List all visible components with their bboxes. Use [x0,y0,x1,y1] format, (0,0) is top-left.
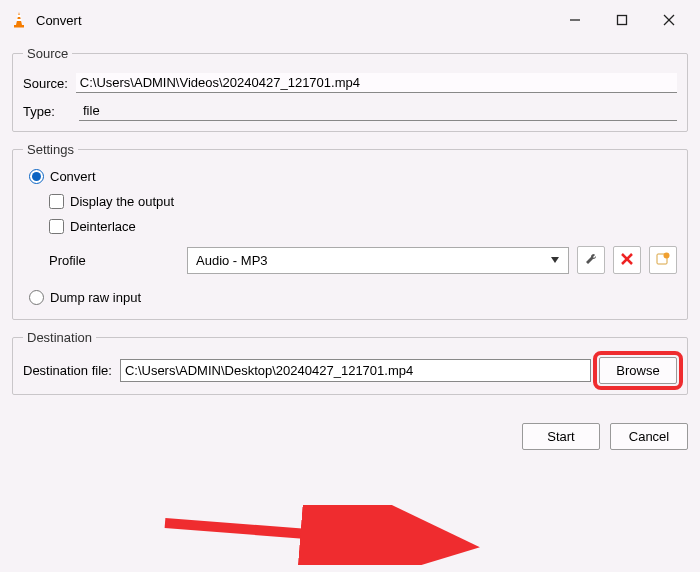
svg-marker-8 [551,257,559,263]
browse-button[interactable]: Browse [599,357,677,384]
start-button[interactable]: Start [522,423,600,450]
svg-rect-5 [618,16,627,25]
annotation-arrow-icon [160,505,480,565]
svg-point-12 [664,252,670,258]
window-controls [564,9,700,31]
chevron-down-icon [550,253,560,268]
new-profile-button[interactable] [649,246,677,274]
minimize-button[interactable] [564,9,586,31]
titlebar: Convert [0,0,700,40]
convert-radio-input[interactable] [29,169,44,184]
deinterlace-checkbox[interactable]: Deinterlace [49,219,677,234]
maximize-button[interactable] [611,9,633,31]
settings-group: Settings Convert Display the output Dein… [12,142,688,320]
profile-value: Audio - MP3 [196,253,268,268]
dump-radio[interactable]: Dump raw input [29,290,677,305]
new-profile-icon [656,252,670,269]
svg-rect-1 [17,15,21,17]
delete-icon [620,252,634,269]
deinterlace-label: Deinterlace [70,219,136,234]
svg-rect-2 [17,19,22,21]
dump-radio-label: Dump raw input [50,290,141,305]
display-output-label: Display the output [70,194,174,209]
convert-radio[interactable]: Convert [29,169,677,184]
source-input[interactable] [76,73,677,93]
delete-profile-button[interactable] [613,246,641,274]
window-title: Convert [36,13,564,28]
destination-legend: Destination [23,330,96,345]
source-label: Source: [23,76,68,91]
svg-marker-0 [16,12,22,25]
dump-radio-input[interactable] [29,290,44,305]
convert-radio-label: Convert [50,169,96,184]
type-label: Type: [23,104,71,119]
display-output-checkbox[interactable]: Display the output [49,194,677,209]
profile-select[interactable]: Audio - MP3 [187,247,569,274]
deinterlace-checkbox-input[interactable] [49,219,64,234]
close-button[interactable] [658,9,680,31]
display-output-checkbox-input[interactable] [49,194,64,209]
wrench-icon [584,252,598,269]
destination-label: Destination file: [23,363,112,378]
vlc-cone-icon [10,11,28,29]
svg-rect-3 [14,25,24,28]
destination-input[interactable] [120,359,591,382]
cancel-button[interactable]: Cancel [610,423,688,450]
type-value: file [79,101,677,121]
source-legend: Source [23,46,72,61]
source-group: Source Source: Type: file [12,46,688,132]
destination-group: Destination Destination file: Browse [12,330,688,395]
profile-label: Profile [49,253,179,268]
settings-legend: Settings [23,142,78,157]
svg-line-14 [165,523,450,545]
edit-profile-button[interactable] [577,246,605,274]
